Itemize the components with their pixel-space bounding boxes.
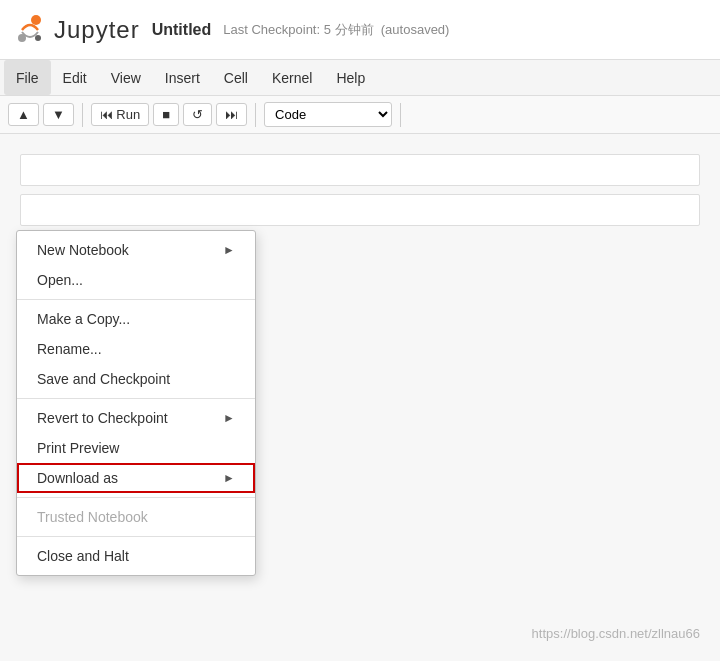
- notebook-cell-2[interactable]: [20, 194, 700, 226]
- sep-3: [17, 497, 255, 498]
- menu-cell[interactable]: Cell: [212, 60, 260, 95]
- notebook-body: New Notebook ► Open... Make a Copy... Re…: [0, 134, 720, 661]
- menu-new-notebook[interactable]: New Notebook ►: [17, 235, 255, 265]
- sep-4: [17, 536, 255, 537]
- toolbar-sep-2: [255, 103, 256, 127]
- file-dropdown-menu: New Notebook ► Open... Make a Copy... Re…: [16, 230, 256, 576]
- svg-point-2: [35, 35, 41, 41]
- toolbar-sep-1: [82, 103, 83, 127]
- cell-type-select[interactable]: Code Markdown Raw NBConvert Heading: [264, 102, 392, 127]
- new-notebook-submenu-icon: ►: [223, 243, 235, 257]
- menu-kernel[interactable]: Kernel: [260, 60, 324, 95]
- jupyter-logo-icon: [12, 12, 48, 48]
- header: Jupyter Untitled Last Checkpoint: 5 分钟前 …: [0, 0, 720, 60]
- menu-make-copy[interactable]: Make a Copy...: [17, 304, 255, 334]
- menu-open[interactable]: Open...: [17, 265, 255, 295]
- sep-1: [17, 299, 255, 300]
- download-as-submenu-icon: ►: [223, 471, 235, 485]
- fast-forward-button[interactable]: ⏭: [216, 103, 247, 126]
- menu-rename[interactable]: Rename...: [17, 334, 255, 364]
- menu-trusted-notebook: Trusted Notebook: [17, 502, 255, 532]
- move-down-button[interactable]: ▼: [43, 103, 74, 126]
- menu-save-checkpoint[interactable]: Save and Checkpoint: [17, 364, 255, 394]
- jupyter-logo: Jupyter: [12, 12, 140, 48]
- svg-point-0: [31, 15, 41, 25]
- run-prev-button[interactable]: ⏮ Run: [91, 103, 149, 126]
- logo-text: Jupyter: [54, 16, 140, 44]
- revert-checkpoint-submenu-icon: ►: [223, 411, 235, 425]
- main-content: File Edit View Insert Cell Kernel Help ▲…: [0, 60, 720, 661]
- sep-2: [17, 398, 255, 399]
- menu-insert[interactable]: Insert: [153, 60, 212, 95]
- menu-help[interactable]: Help: [324, 60, 377, 95]
- menu-close-halt[interactable]: Close and Halt: [17, 541, 255, 571]
- menu-edit[interactable]: Edit: [51, 60, 99, 95]
- menu-download-as[interactable]: Download as ►: [17, 463, 255, 493]
- menu-file[interactable]: File: [4, 60, 51, 95]
- notebook-title: Untitled: [152, 21, 212, 39]
- menubar: File Edit View Insert Cell Kernel Help: [0, 60, 720, 96]
- menu-revert-checkpoint[interactable]: Revert to Checkpoint ►: [17, 403, 255, 433]
- move-up-button[interactable]: ▲: [8, 103, 39, 126]
- checkpoint-info: Last Checkpoint: 5 分钟前 (autosaved): [223, 21, 449, 39]
- restart-button[interactable]: ↺: [183, 103, 212, 126]
- notebook-cell-1[interactable]: [20, 154, 700, 186]
- toolbar-sep-3: [400, 103, 401, 127]
- toolbar: ▲ ▼ ⏮ Run ■ ↺ ⏭ Code Markdown Raw NBConv…: [0, 96, 720, 134]
- menu-print-preview[interactable]: Print Preview: [17, 433, 255, 463]
- menu-view[interactable]: View: [99, 60, 153, 95]
- watermark: https://blog.csdn.net/zllnau66: [532, 626, 700, 641]
- stop-button[interactable]: ■: [153, 103, 179, 126]
